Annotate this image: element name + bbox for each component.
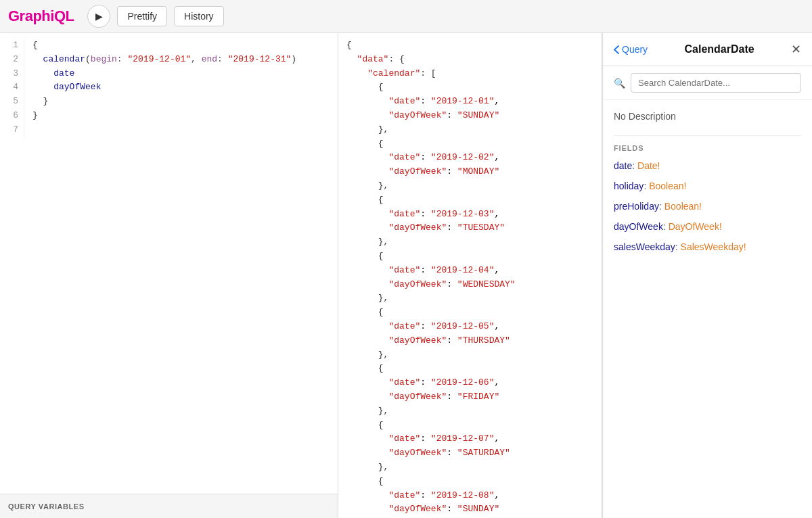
field-name-preholiday: preHoliday xyxy=(614,201,659,212)
code-content: { calendar(begin: "2019-12-01", end: "20… xyxy=(24,39,338,137)
field-type-preholiday: Boolean! xyxy=(664,201,702,212)
docs-back-label: Query xyxy=(622,44,648,55)
prettify-button[interactable]: Prettify xyxy=(117,6,167,26)
main-area: 1 2 3 4 5 6 7 { calendar(begin: "2019-12… xyxy=(0,33,812,518)
result-panel[interactable]: { "data": { "calendar": [ { "date": "201… xyxy=(338,33,602,518)
field-preholiday[interactable]: preHoliday: Boolean! xyxy=(614,201,801,212)
query-variables-label: QUERY VARIABLES xyxy=(8,502,85,511)
chevron-left-icon xyxy=(614,45,619,54)
fields-label: FIELDS xyxy=(614,135,801,152)
field-salesweekday[interactable]: salesWeekday: SalesWeekday! xyxy=(614,241,801,252)
docs-header: Query CalendarDate ✕ xyxy=(603,33,812,66)
docs-close-button[interactable]: ✕ xyxy=(791,42,801,57)
search-icon: 🔍 xyxy=(614,78,625,89)
left-panel: 1 2 3 4 5 6 7 { calendar(begin: "2019-12… xyxy=(0,33,338,518)
line-numbers: 1 2 3 4 5 6 7 xyxy=(0,39,24,137)
field-dayofweek[interactable]: dayOfWeek: DayOfWeek! xyxy=(614,221,801,232)
query-editor[interactable]: 1 2 3 4 5 6 7 { calendar(begin: "2019-12… xyxy=(0,33,338,494)
history-button[interactable]: History xyxy=(174,6,224,26)
field-name-holiday: holiday xyxy=(614,181,644,191)
docs-search-input[interactable] xyxy=(631,73,801,93)
docs-search: 🔍 xyxy=(603,66,812,100)
result-content: { "data": { "calendar": [ { "date": "201… xyxy=(346,39,593,518)
field-date[interactable]: date: Date! xyxy=(614,160,801,171)
field-name-date: date xyxy=(614,160,632,171)
field-name-dayofweek: dayOfWeek xyxy=(614,221,663,232)
field-type-salesweekday: SalesWeekday! xyxy=(681,241,746,252)
run-button[interactable]: ▶ xyxy=(87,5,110,28)
field-name-salesweekday: salesWeekday xyxy=(614,241,675,252)
field-holiday[interactable]: holiday: Boolean! xyxy=(614,181,801,191)
field-type-date: Date! xyxy=(637,160,660,171)
docs-title: CalendarDate xyxy=(653,43,786,55)
docs-body: No Description FIELDS date: Date! holida… xyxy=(603,100,812,518)
toolbar: GraphiQL ▶ Prettify History xyxy=(0,0,812,33)
docs-panel: Query CalendarDate ✕ 🔍 No Description FI… xyxy=(602,33,812,518)
docs-back-button[interactable]: Query xyxy=(614,44,648,55)
graphiql-logo: GraphiQL xyxy=(8,7,74,25)
query-variables-bar[interactable]: QUERY VARIABLES xyxy=(0,494,338,518)
no-description: No Description xyxy=(614,111,801,122)
field-type-dayofweek: DayOfWeek! xyxy=(669,221,722,232)
field-type-holiday: Boolean! xyxy=(649,181,686,191)
